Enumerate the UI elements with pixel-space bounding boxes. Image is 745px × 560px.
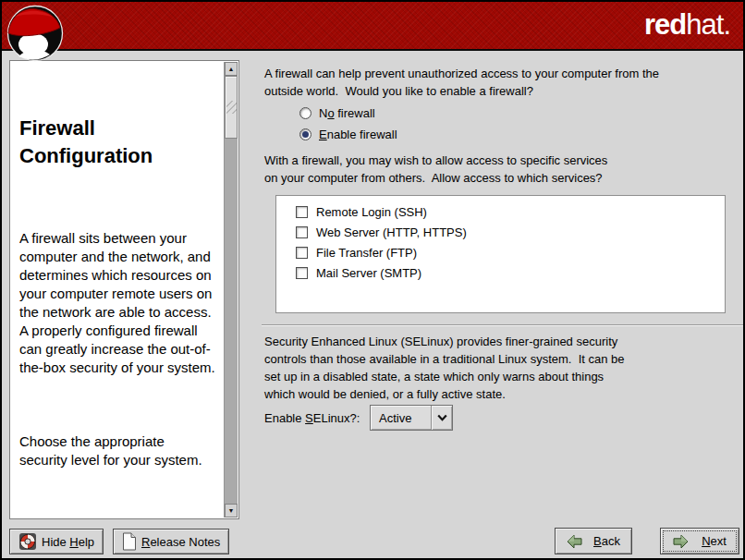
help-content: Firewall Configuration A firewall sits b… xyxy=(19,70,221,517)
section-separator xyxy=(262,324,745,326)
help-scrollbar[interactable]: ▲ ▼ xyxy=(224,62,238,517)
back-label: Back xyxy=(593,534,620,548)
service-label: Mail Server (SMTP) xyxy=(316,266,421,280)
service-row-mail-server[interactable]: Mail Server (SMTP) xyxy=(276,262,725,283)
help-paragraph-2: Choose the appropriate security level fo… xyxy=(19,432,221,469)
next-button[interactable]: Next xyxy=(660,528,739,554)
radio-enable-firewall[interactable]: Enable firewall xyxy=(299,124,397,145)
selinux-dropdown[interactable]: Active xyxy=(370,405,453,431)
next-arrow-icon xyxy=(673,534,689,549)
release-notes-label: Release Notes xyxy=(141,535,220,549)
hide-help-label: Hide Help xyxy=(42,535,94,549)
service-label: Remote Login (SSH) xyxy=(316,205,427,219)
back-arrow-icon xyxy=(567,534,582,549)
help-panel: Firewall Configuration A firewall sits b… xyxy=(9,60,239,519)
firewall-question-text: A firewall can help prevent unauthorized… xyxy=(264,65,727,100)
up-arrow-icon: ▲ xyxy=(228,66,235,72)
next-label: Next xyxy=(702,534,727,548)
service-row-file-transfer[interactable]: File Transfer (FTP) xyxy=(276,242,725,262)
checkbox-icon[interactable] xyxy=(296,267,308,279)
scrollbar-thumb[interactable] xyxy=(225,76,238,139)
service-row-web-server[interactable]: Web Server (HTTP, HTTPS) xyxy=(276,222,725,242)
service-label: File Transfer (FTP) xyxy=(316,246,417,260)
selinux-dropdown-value: Active xyxy=(371,406,431,430)
selinux-description: Security Enhanced Linux (SELinux) provid… xyxy=(264,333,727,403)
help-title: Firewall Configuration xyxy=(19,115,221,170)
scrollbar-up-button[interactable]: ▲ xyxy=(225,62,238,76)
redhat-wordmark-bold: red xyxy=(644,8,686,41)
redhat-wordmark: redhat. xyxy=(644,9,730,41)
selinux-label: Enable SELinux?: xyxy=(264,405,360,431)
radio-button-icon[interactable] xyxy=(299,107,311,119)
firewall-radio-group: No firewall Enable firewall xyxy=(299,103,397,145)
services-question-text: With a firewall, you may wish to allow a… xyxy=(264,152,727,187)
checkbox-icon[interactable] xyxy=(296,247,308,259)
service-row-remote-login[interactable]: Remote Login (SSH) xyxy=(276,201,725,222)
radio-no-firewall[interactable]: No firewall xyxy=(299,103,397,124)
header-bar: redhat. xyxy=(2,2,743,51)
scrollbar-down-button[interactable]: ▼ xyxy=(225,504,238,517)
radio-enable-firewall-label: Enable firewall xyxy=(319,128,397,141)
service-label: Web Server (HTTP, HTTPS) xyxy=(316,225,467,239)
installer-window: redhat. Firewall Configuration A firewal… xyxy=(0,0,745,560)
down-arrow-icon: ▼ xyxy=(228,507,235,514)
checkbox-icon[interactable] xyxy=(296,226,308,238)
redhat-wordmark-light: hat. xyxy=(686,8,730,41)
help-paragraph-1: A firewall sits between your computer an… xyxy=(19,229,221,377)
back-button[interactable]: Back xyxy=(555,528,632,554)
services-box: Remote Login (SSH) Web Server (HTTP, HTT… xyxy=(275,195,726,313)
lifesaver-icon xyxy=(18,532,37,551)
radio-no-firewall-label: No firewall xyxy=(319,106,375,120)
radio-button-icon[interactable] xyxy=(299,128,311,140)
chevron-down-icon xyxy=(432,406,452,430)
redhat-shadowman-logo-icon xyxy=(6,3,65,62)
document-icon xyxy=(122,532,137,551)
hide-help-button[interactable]: Hide Help xyxy=(9,529,104,554)
release-notes-button[interactable]: Release Notes xyxy=(113,529,229,554)
checkbox-icon[interactable] xyxy=(296,206,308,218)
